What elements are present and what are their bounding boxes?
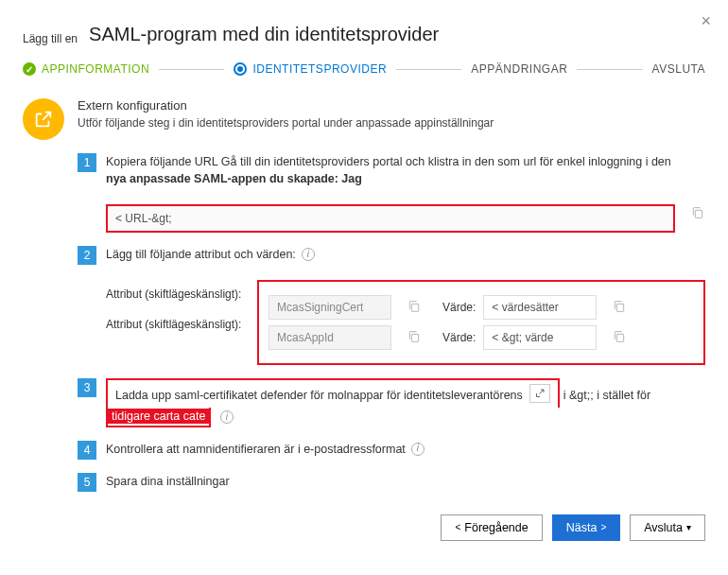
step-identitetsprovider[interactable]: IDENTITETSPROVIDER (234, 62, 387, 76)
step-label: APPÄNDRINGAR (471, 62, 567, 76)
step2-text: Lägg till följande attribut och värden: … (106, 246, 315, 263)
step3-part-a: Ladda upp saml-certifikatet defender för… (115, 389, 523, 402)
step3-highlight: tidigare carta cate (108, 409, 209, 424)
finish-label: Avsluta (644, 521, 683, 534)
page-title: SAML-program med din identitetsprovider (89, 23, 439, 45)
step-divider (396, 69, 461, 70)
prev-button[interactable]: < Föregående (441, 514, 542, 541)
sso-url-field[interactable]: < URL-&gt; (106, 204, 675, 233)
extern-title: Extern konfiguration (78, 98, 494, 113)
step-number-2: 2 (78, 246, 96, 265)
value-label: Värde: (442, 301, 476, 314)
step1-text: Kopiera följande URL Gå till din identit… (106, 153, 671, 187)
info-icon[interactable]: i (302, 248, 315, 261)
step4-line: Kontrollera att namnidentifieraren är i … (106, 441, 406, 458)
copy-icon[interactable] (407, 329, 422, 347)
step1-line1: Kopiera följande URL Gå till din identit… (106, 155, 671, 168)
attr1-name-input[interactable] (269, 295, 391, 320)
close-icon[interactable]: × (701, 11, 711, 31)
copy-icon[interactable] (407, 299, 422, 317)
step-label: AVSLUTA (652, 62, 705, 76)
step-avsluta[interactable]: AVSLUTA (652, 62, 705, 76)
extern-subtitle: Utför följande steg i din identitetsprov… (78, 116, 494, 130)
step-label: APPINFORMATION (42, 62, 149, 76)
step-number-4: 4 (78, 441, 96, 460)
attr2-value-input[interactable] (483, 325, 597, 350)
title-prefix: Lägg till en (23, 32, 78, 45)
step3-part-b: i &gt;; i stället för (563, 389, 650, 402)
next-label: Nästa (566, 521, 598, 534)
svg-rect-1 (411, 304, 418, 311)
sso-url-value: < URL-&gt; (115, 212, 172, 225)
copy-icon[interactable] (612, 299, 627, 317)
step-number-5: 5 (78, 473, 96, 492)
attr1-value-input[interactable] (483, 295, 597, 320)
svg-rect-3 (411, 334, 418, 341)
step3-text: Ladda upp saml-certifikatet defender för… (106, 378, 650, 427)
attribute-label: Attribut (skiftlägeskänsligt): (106, 288, 248, 301)
svg-rect-2 (617, 304, 624, 311)
chevron-down-icon: ▾ (686, 522, 691, 532)
step-number-1: 1 (78, 153, 96, 172)
wizard-stepper: APPINFORMATION IDENTITETSPROVIDER APPÄND… (23, 62, 705, 76)
step-label: IDENTITETSPROVIDER (252, 62, 387, 76)
step5-text: Spara dina inställningar (106, 473, 230, 490)
prev-label: Föregående (464, 521, 528, 534)
attr2-name-input[interactable] (269, 325, 391, 350)
step2-line: Lägg till följande attribut och värden: (106, 246, 296, 263)
chevron-left-icon: < (455, 522, 460, 532)
active-dot-icon (234, 62, 247, 76)
next-button[interactable]: Nästa > (552, 514, 621, 541)
step-divider (159, 69, 224, 70)
download-cert-button[interactable] (529, 384, 550, 403)
wizard-footer: < Föregående Nästa > Avsluta ▾ (23, 514, 705, 541)
check-icon (23, 62, 36, 76)
step-divider (577, 69, 642, 70)
attribute-label: Attribut (skiftlägeskänsligt): (106, 318, 248, 331)
svg-rect-4 (617, 334, 624, 341)
step4-text: Kontrollera att namnidentifieraren är i … (106, 441, 425, 458)
external-link-icon (23, 98, 64, 140)
copy-icon[interactable] (612, 329, 627, 347)
step1-line2: nya anpassade SAML-appen du skapade: Jag (106, 172, 362, 185)
saml-wizard-dialog: × Lägg till en SAML-program med din iden… (0, 0, 728, 558)
chevron-right-icon: > (600, 522, 606, 532)
copy-icon[interactable] (690, 205, 705, 223)
step-appandringar[interactable]: APPÄNDRINGAR (471, 62, 567, 76)
info-icon[interactable]: i (220, 410, 234, 424)
step-appinformation[interactable]: APPINFORMATION (23, 62, 149, 76)
step-number-3: 3 (78, 378, 96, 397)
finish-button[interactable]: Avsluta ▾ (630, 514, 705, 541)
value-label: Värde: (442, 331, 476, 344)
svg-rect-0 (695, 210, 702, 218)
info-icon[interactable]: i (411, 443, 425, 456)
